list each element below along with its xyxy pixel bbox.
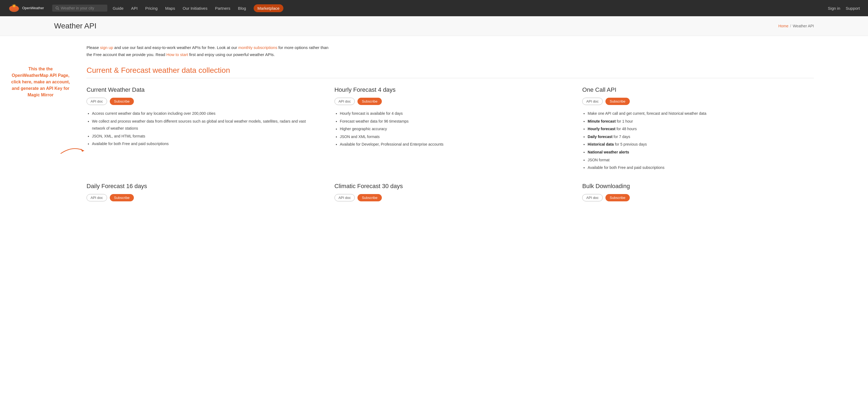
list-item: JSON, XML, and HTML formats [92,133,318,140]
nav-guide[interactable]: Guide [113,6,124,10]
list-item: Historical data for 5 previous days [588,141,814,148]
card-daily-forecast-buttons: API doc Subscribe [87,194,318,201]
card-climatic-forecast: Climatic Forecast 30 days API doc Subscr… [335,183,566,206]
list-item: Available for both Free and paid subscri… [588,164,814,171]
cards-grid: Current Weather Data API doc Subscribe A… [87,86,814,206]
card-daily-forecast: Daily Forecast 16 days API doc Subscribe [87,183,318,206]
daily-forecast-api-doc-button[interactable]: API doc [87,194,107,201]
list-item: Hourly forecast for 48 hours [588,125,814,133]
list-item: Available for Developer, Professional an… [340,141,566,148]
brand-logo-icon [8,3,20,13]
card-hourly-forecast-title: Hourly Forecast 4 days [335,86,566,93]
daily-forecast-subscribe-button[interactable]: Subscribe [110,194,134,201]
card-hourly-forecast-buttons: API doc Subscribe [335,98,566,105]
breadcrumb-current: Weather API [793,24,814,28]
list-item: Make one API call and get current, forec… [588,110,814,117]
nav-marketplace[interactable]: Marketplace [254,4,283,12]
intro-sign-up-link[interactable]: sign up [100,45,113,50]
intro-paragraph: Please sign up and use our fast and easy… [87,44,330,58]
list-item: Hourly forecast is available for 4 days [340,110,566,117]
intro-monthly-sub-link[interactable]: monthly subscriptions [238,45,277,50]
main-content: This the the OpenWeatherMap API Page, cl… [0,36,868,223]
list-item: JSON and XML formats [340,133,566,140]
svg-point-8 [56,7,58,9]
card-current-weather: Current Weather Data API doc Subscribe A… [87,86,318,172]
nav-partners[interactable]: Partners [215,6,230,10]
list-item: Minute forecast for 1 hour [588,118,814,125]
card-climatic-forecast-title: Climatic Forecast 30 days [335,183,566,190]
card-hourly-forecast: Hourly Forecast 4 days API doc Subscribe… [335,86,566,172]
card-one-call-api-title: One Call API [582,86,814,93]
nav-links: Guide API Pricing Maps Our Initiatives P… [113,4,823,12]
nav-support[interactable]: Support [845,6,860,10]
bulk-downloading-subscribe-button[interactable]: Subscribe [606,194,630,201]
nav-api[interactable]: API [131,6,137,10]
one-call-api-doc-button[interactable]: API doc [582,98,603,105]
bulk-downloading-api-doc-button[interactable]: API doc [582,194,603,201]
hourly-forecast-api-doc-button[interactable]: API doc [335,98,355,105]
climatic-forecast-subscribe-button[interactable]: Subscribe [358,194,382,201]
card-climatic-forecast-buttons: API doc Subscribe [335,194,566,201]
intro-text-4: first and enjoy using our powerful weath… [189,52,275,57]
section-divider [87,78,814,78]
breadcrumb: Home / Weather API [778,24,814,28]
nav-our-initiatives[interactable]: Our Initiatives [183,6,208,10]
breadcrumb-separator: / [790,24,791,28]
one-call-subscribe-button[interactable]: Subscribe [606,98,630,105]
card-bulk-downloading-title: Bulk Downloading [582,183,814,190]
list-item: JSON format [588,156,814,164]
page-header: Weather API Home / Weather API [0,16,868,36]
list-item: Daily forecast for 7 days [588,133,814,140]
current-weather-subscribe-button[interactable]: Subscribe [110,98,134,105]
brand-name: OpenWeather [22,6,44,10]
list-item: We collect and process weather data from… [92,118,318,132]
intro-text-2: and use our fast and easy-to-work weathe… [114,45,239,50]
nav-right-links: Sign in Support [828,6,860,10]
current-weather-api-doc-button[interactable]: API doc [87,98,107,105]
current-weather-features: Access current weather data for any loca… [87,110,318,147]
card-current-weather-title: Current Weather Data [87,86,318,93]
section-heading: Current & Forecast weather data collecti… [87,66,814,75]
search-input[interactable] [61,6,104,10]
intro-text-1: Please [87,45,100,50]
hourly-forecast-subscribe-button[interactable]: Subscribe [358,98,382,105]
intro-how-to-start-link[interactable]: How to start [166,52,188,57]
card-bulk-downloading: Bulk Downloading API doc Subscribe [582,183,814,206]
navbar: OpenWeather Guide API Pricing Maps Our I… [0,0,868,16]
annotation-arrow-icon [60,143,87,156]
nav-maps[interactable]: Maps [165,6,175,10]
list-item: Higher geographic accuracy [340,125,566,133]
nav-pricing[interactable]: Pricing [145,6,158,10]
sidebar-annotation: This the the OpenWeatherMap API Page, cl… [11,44,70,206]
svg-line-6 [15,5,16,5]
nav-blog[interactable]: Blog [238,6,246,10]
annotation-text: This the the OpenWeatherMap API Page, cl… [11,66,70,98]
breadcrumb-home-link[interactable]: Home [778,24,788,28]
list-item: Available for both Free and paid subscri… [92,140,318,147]
list-item: Access current weather data for any loca… [92,110,318,117]
card-one-call-api: One Call API API doc Subscribe Make one … [582,86,814,172]
content-area: Please sign up and use our fast and easy… [70,44,814,206]
page-title: Weather API [54,22,96,30]
list-item: National weather alerts [588,149,814,156]
card-daily-forecast-title: Daily Forecast 16 days [87,183,318,190]
svg-line-7 [12,5,13,5]
card-current-weather-buttons: API doc Subscribe [87,98,318,105]
card-one-call-api-buttons: API doc Subscribe [582,98,814,105]
search-icon [56,6,59,10]
hourly-forecast-features: Hourly forecast is available for 4 days … [335,110,566,148]
one-call-api-features: Make one API call and get current, forec… [582,110,814,171]
svg-line-9 [58,9,59,10]
list-item: Forecast weather data for 96 timestamps [340,118,566,125]
climatic-forecast-api-doc-button[interactable]: API doc [335,194,355,201]
nav-sign-in[interactable]: Sign in [828,6,840,10]
search-box[interactable] [52,5,107,12]
card-bulk-downloading-buttons: API doc Subscribe [582,194,814,201]
brand-logo-area[interactable]: OpenWeather [8,3,44,13]
